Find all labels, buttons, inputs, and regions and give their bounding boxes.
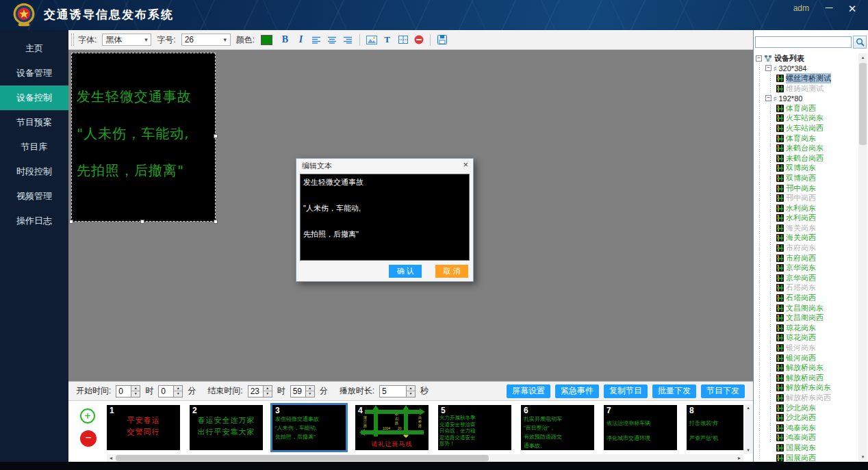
scroll-down-icon[interactable]: ▾ [858,453,867,461]
tree-leaf-海关岗西[interactable]: 海关岗西 [754,233,858,244]
tree-leaf-石塔岗西[interactable]: 石塔岗西 [754,293,858,303]
design-canvas[interactable]: 发生轻微交通事故"人未伤，车能动,先拍照，后撤离" 编辑文本 × 发生轻微交通事… [68,50,753,381]
insert-image-button[interactable] [365,34,378,47]
duration-stepper[interactable]: 5 ▲▼ [379,385,416,397]
resize-handle-bottom-right[interactable] [214,220,218,224]
tree-leaf-琼花岗西[interactable]: 琼花岗西 [754,333,858,343]
sidebar-item-8[interactable]: 操作日志 [0,209,68,233]
start-hour-stepper[interactable]: 0 ▲▼ [116,385,140,397]
tree-leaf-体育岗东[interactable]: 体育岗东 [754,133,858,144]
action-button-节目下发[interactable]: 节目下发 [701,384,745,398]
tree-leaf-文昌阁岗西[interactable]: 文昌阁岗西 [754,313,858,323]
tree-leaf-市府岗西[interactable]: 市府岗西 [754,253,858,263]
tree-leaf-国展岗东[interactable]: 国展岗东 [754,443,858,453]
tree-leaf-邗中岗东[interactable]: 邗中岗东 [754,183,858,194]
playlist-thumbnail-6[interactable]: 6扎实开展电动车"百日整治"，有效预防道路交通事故。 [521,405,594,450]
tree-leaf-水利岗东[interactable]: 水利岗东 [754,203,858,213]
scroll-up-icon[interactable]: ▴ [744,404,752,411]
italic-button[interactable]: I [294,34,307,47]
stepper-arrows[interactable]: ▲▼ [173,386,182,397]
sidebar-item-4[interactable]: 节目预案 [0,110,68,135]
stepper-arrows[interactable]: ▲▼ [263,386,272,397]
tree-leaf-双博岗东[interactable]: 双博岗东 [754,164,858,174]
playlist-thumbnail-1[interactable]: 1平安春运交警同行 [107,405,180,450]
sidebar-item-6[interactable]: 时段控制 [0,159,68,184]
tree-leaf-京华岗西[interactable]: 京华岗西 [754,273,858,283]
tree-group-320*384[interactable]: −♯320*384 [754,64,858,74]
playlist-thumbnail-8[interactable]: 8打击改装"炸严查严惩"机 [687,405,743,450]
playlist-thumbnail-7[interactable]: 7依法治理非标车辆净化城市交通环境 [604,405,677,450]
horizontal-scrollbar[interactable]: ◂ ▸ [107,454,743,462]
end-hour-stepper[interactable]: 23 ▲▼ [248,385,272,397]
start-minute-stepper[interactable]: 0 ▲▼ [158,385,183,397]
close-button[interactable]: ✕ [845,3,860,15]
tree-leaf-水利岗西[interactable]: 水利岗西 [754,213,858,224]
add-frame-button[interactable]: + [80,408,95,423]
tree-leaf-琼花岗东[interactable]: 琼花岗东 [754,323,858,333]
sidebar-item-7[interactable]: 视频管理 [0,184,68,209]
device-search-input[interactable] [755,36,852,48]
color-swatch[interactable] [261,35,272,45]
tree-leaf-国展岗西[interactable]: 国展岗西 [754,453,858,462]
scroll-right-icon[interactable]: ▸ [735,454,743,462]
sidebar-item-1[interactable]: 主页 [0,36,68,61]
resize-handle-right[interactable] [214,134,218,138]
action-button-复制节目[interactable]: 复制节目 [604,384,648,398]
tree-expander-icon[interactable]: − [765,95,771,101]
tree-leaf-石塔岗东[interactable]: 石塔岗东 [754,283,858,293]
bold-button[interactable]: B [279,34,292,47]
stepper-arrows[interactable]: ▲▼ [305,386,314,397]
save-button[interactable] [435,34,448,47]
tree-leaf-解放桥岗东[interactable]: 解放桥岗东 [754,363,858,373]
vertical-scrollbar[interactable]: ▴ ▾ [744,404,752,454]
resize-handle-bottom-left[interactable] [69,220,73,224]
sidebar-item-3[interactable]: 设备控制 [0,86,68,110]
dialog-textarea[interactable]: 发生轻微交通事故 "人未伤，车能动, 先拍照，后撤离" [300,174,470,261]
tree-leaf-鸿泰岗西[interactable]: 鸿泰岗西 [754,433,858,443]
tree-expander-icon[interactable]: − [765,65,771,71]
playlist-thumbnail-5[interactable]: 5大力开展秋冬季交通安全整治百日会战，全力稳定道路交通安全形势！ [438,405,511,450]
tree-leaf-来鹤台岗东[interactable]: 来鹤台岗东 [754,143,858,153]
playlist-thumbnail-4[interactable]: 4渡江路中石路高桥路102420请礼让斑马线 [355,405,429,450]
align-right-button[interactable] [342,34,355,47]
stepper-arrows[interactable]: ▲▼ [131,386,140,397]
scroll-down-icon[interactable]: ▾ [744,447,752,454]
led-preview[interactable]: 发生轻微交通事故"人未伤，车能动,先拍照，后撤离" [71,53,216,222]
action-button-屏幕设置[interactable]: 屏幕设置 [507,384,550,398]
font-family-select[interactable]: 黑体 ▼ [102,34,151,46]
action-button-批量下发[interactable]: 批量下发 [652,384,696,398]
user-name[interactable]: adm [793,3,809,13]
toolbar-grip[interactable] [71,34,74,46]
scroll-left-icon[interactable]: ◂ [107,454,115,462]
tree-leaf-市府岗东[interactable]: 市府岗东 [754,243,858,253]
remove-frame-button[interactable]: − [80,430,97,447]
tree-leaf-火车站岗西[interactable]: 火车站岗西 [754,123,858,133]
action-button-紧急事件[interactable]: 紧急事件 [555,384,599,398]
search-button[interactable] [853,36,867,49]
tree-group-192*80[interactable]: −♯192*80 [754,93,858,103]
font-size-select[interactable]: 26 ▼ [181,34,231,46]
playlist-thumbnail-3[interactable]: 3发生轻微交通事故"人未伤，车能动,先拍照，后撤离" [272,405,346,450]
sidebar-item-5[interactable]: 节目库 [0,135,68,159]
scroll-up-icon[interactable]: ▴ [858,53,867,62]
scrollbar-thumb[interactable] [859,63,867,145]
tree-leaf-解放桥东岗西[interactable]: 解放桥东岗西 [754,393,858,403]
tree-leaf-解放桥东岗东[interactable]: 解放桥东岗东 [754,383,858,393]
scrollbar-thumb[interactable] [116,455,489,461]
delete-item-button[interactable] [412,34,425,47]
end-minute-stepper[interactable]: 59 ▲▼ [290,385,315,397]
stepper-arrows[interactable]: ▲▼ [406,386,415,397]
tree-leaf-螺丝湾桥测试[interactable]: 螺丝湾桥测试 [754,73,858,83]
tree-leaf-银河岗东[interactable]: 银河岗东 [754,343,858,353]
tree-expander-icon[interactable]: − [756,55,762,62]
tree-leaf-银河岗西[interactable]: 银河岗西 [754,353,858,363]
tree-leaf-来鹤台岗西[interactable]: 来鹤台岗西 [754,153,858,164]
tree-leaf-体育岗西[interactable]: 体育岗西 [754,103,858,114]
tree-root-设备列表[interactable]: −设备列表 [754,53,858,64]
tree-leaf-沙北岗西[interactable]: 沙北岗西 [754,413,858,423]
tree-leaf-解放桥岗西[interactable]: 解放桥岗西 [754,373,858,383]
tree-leaf-邗中岗西[interactable]: 邗中岗西 [754,193,858,203]
insert-text-button[interactable]: T [381,34,394,47]
confirm-button[interactable]: 确 认 [389,265,422,278]
dialog-close-icon[interactable]: × [463,159,468,170]
